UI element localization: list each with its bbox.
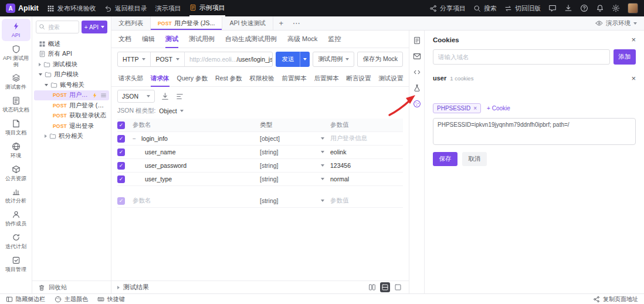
add-api-button[interactable]: + API [82,21,107,33]
subtab-test[interactable]: 测试 [165,31,178,48]
lightning-icon[interactable] [91,92,98,99]
settings-gear-icon[interactable] [612,4,620,12]
tab-more-button[interactable]: ⋯ [289,16,304,30]
btab-pre-script[interactable]: 前置脚本 [282,70,307,87]
share-project-button[interactable]: 分享项目 [429,0,466,16]
sidebar-item-statistics[interactable]: 统计分析 [2,184,30,207]
btab-test-settings[interactable]: 测试设置 [379,70,404,87]
download-icon[interactable] [564,4,572,12]
row-checkbox[interactable]: ✓ [117,148,125,156]
env-check-menu[interactable]: 发布环境验收 [47,0,96,16]
protocol-select[interactable]: HTTP [118,52,151,66]
more-menu-icon[interactable] [100,92,107,99]
row-checkbox[interactable]: ✓ [117,135,125,143]
param-type-select[interactable]: [string] [260,148,330,156]
sidebar-item-api-test-case[interactable]: API 测试用例 [2,42,30,70]
user-avatar[interactable] [628,3,638,13]
sidebar-item-project-doc[interactable]: 项目文档 [2,116,30,139]
layout-rows-button[interactable] [380,282,390,292]
param-type-select[interactable]: [string] [260,175,330,183]
save-button[interactable]: 保存 [433,152,457,166]
mail-icon[interactable] [413,52,421,60]
add-domain-button[interactable]: 添加 [614,49,636,65]
tree-api-user-login-form[interactable]: POST 用户登录 (表单参... [34,100,109,111]
subtab-edit[interactable]: 编辑 [142,31,155,48]
tree-api-logout[interactable]: POST 退出登录 [34,121,109,131]
sidebar-item-iteration-plan[interactable]: 迭代计划 [2,230,30,252]
notification-bell-icon[interactable] [596,4,604,12]
param-type-select[interactable]: [object] [260,135,330,142]
tree-item-overview[interactable]: 概述 [34,39,109,49]
sidebar-item-api[interactable]: API [2,19,30,41]
cookie-value-textarea[interactable]: PHPSESSID=ipkvn19jyqnhm79ddnfh0ipbrf; pa… [433,118,636,145]
subtab-test-case[interactable]: 测试用例 [189,31,215,48]
test-result-bar[interactable]: 测试结果 [111,281,409,293]
shortcuts-button[interactable]: 快捷键 [97,295,125,303]
tab-user-login[interactable]: POST 用户登录 (JS... [151,16,222,30]
environment-selector[interactable]: 演示环境 [588,16,644,30]
param-value[interactable]: 用户登录信息 [330,134,403,143]
body-format-select[interactable]: JSON [117,90,155,103]
param-value[interactable]: normal [330,175,403,183]
tree-folder-user-module[interactable]: 用户模块 [34,70,109,80]
add-cookie-button[interactable]: + Cookie [487,105,510,112]
cookie-tag[interactable]: PHPSESSID × [433,103,481,113]
close-icon[interactable]: × [631,36,636,43]
param-name[interactable]: login_info [141,135,168,142]
import-icon[interactable] [161,92,170,101]
demo-project-item[interactable]: 演示项目 [155,0,181,16]
feedback-icon[interactable] [548,4,557,12]
theme-color-button[interactable]: 主题颜色 [55,295,88,303]
sidebar-item-status-doc[interactable]: 状态码文档 [2,93,30,116]
sidebar-item-environment[interactable]: 环境 [2,139,30,161]
param-name-placeholder[interactable]: 参数名 [133,197,151,205]
btab-rest[interactable]: Rest 参数 [215,70,242,87]
example-project-tab[interactable]: 示例项目 [189,0,225,16]
btab-post-script[interactable]: 后置脚本 [314,70,339,87]
apikit-logo[interactable]: A Apikit [6,4,39,13]
tree-api-user-login[interactable]: POST 用户登录... [34,90,109,101]
tab-quick-test[interactable]: API 快速测试 [222,16,273,30]
sidebar-item-project-manage[interactable]: 项目管理 [2,253,30,275]
btab-auth[interactable]: 权限校验 [250,70,274,87]
send-button[interactable]: 发送 [276,52,310,67]
domain-input[interactable] [433,49,610,65]
param-name[interactable]: user_type [145,175,172,183]
code-icon[interactable] [413,68,421,76]
subtab-doc[interactable]: 文档 [118,31,131,48]
select-all-checkbox[interactable]: ✓ [117,121,125,129]
subtab-auto-case[interactable]: 自动生成测试用例 [225,31,277,48]
tree-folder-account[interactable]: 账号相关 [34,80,109,90]
sidebar-item-test-suite[interactable]: 测试套件 [2,70,30,93]
remove-group-icon[interactable]: × [631,75,636,82]
param-type-select[interactable]: [string] [260,197,330,204]
sidebar-item-shared-resources[interactable]: 公共资源 [2,162,30,184]
tree-api-get-login-status[interactable]: POST 获取登录状态 [34,111,109,121]
tree-search-input[interactable] [36,21,79,33]
collapse-toggle-icon[interactable]: − [133,136,138,142]
send-dropdown[interactable] [300,52,310,67]
param-name[interactable]: user_name [145,148,176,156]
url-input[interactable]: http://demo.eoli... /user/login_json.php [185,52,272,66]
layout-full-button[interactable] [393,282,403,292]
cancel-button[interactable]: 取消 [462,152,487,166]
param-value-placeholder[interactable]: 参数值 [330,197,403,205]
help-icon[interactable] [580,4,588,12]
row-checkbox[interactable]: ✓ [117,197,125,205]
layout-columns-button[interactable] [367,282,377,292]
tree-item-all-api[interactable]: 所有 API [34,49,109,60]
format-icon[interactable] [175,92,184,101]
new-tab-button[interactable]: + [273,16,289,30]
hide-sidebar-button[interactable]: 隐藏侧边栏 [6,295,45,303]
method-select[interactable]: POST [151,52,185,66]
notes-icon[interactable] [413,36,421,45]
sidebar-item-members[interactable]: 协作成员 [2,207,30,229]
btab-headers[interactable]: 请求头部 [118,70,143,87]
tree-folder-test-module[interactable]: 测试模块 [34,59,109,70]
param-type-select[interactable]: [string] [260,162,330,169]
tab-doc-list[interactable]: 文档列表 [111,16,151,30]
param-name[interactable]: user_password [145,162,187,169]
tree-folder-points[interactable]: 积分相关 [34,131,109,142]
save-as-mock-button[interactable]: 保存为 Mock [357,52,403,67]
back-root-button[interactable]: 返回根目录 [104,0,147,16]
